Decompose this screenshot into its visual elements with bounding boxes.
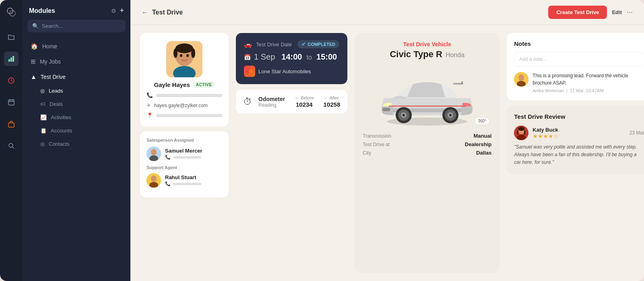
icon-calendar[interactable] [4,95,19,110]
sidebar-sub-accounts-label: Accounts [51,128,72,134]
svg-point-21 [151,176,157,182]
profile-name: Gayle Hayes [154,81,190,88]
home-icon: 🏠 [31,43,38,50]
sidebar-item-testdrive-label: Test Drive [41,74,66,80]
svg-point-18 [151,149,157,155]
icon-clock[interactable] [4,73,19,88]
testdrive-time-value: 14:00 to 15:00 [281,52,337,62]
testdrive-time-row: 📅 1 Sep 14:00 to 15:00 [244,52,339,62]
testdrive-at-label: Test Drive at [363,142,390,147]
vehicle-specs: Transmission Manual Test Drive at Dealer… [363,133,491,156]
sidebar-sub-item-accounts[interactable]: 📋 Accounts [23,124,130,137]
testdrive-dealer-row: Lone Star Automobiles [244,66,339,77]
salesperson-label: Salesperson Assigned [147,138,222,143]
vehicle-section-title: Test Drive Vehicle [403,41,451,48]
arrow-left-icon: ← [295,95,299,100]
support-phone-row: 📞 [165,181,201,186]
accounts-icon: 📋 [40,128,47,134]
support-phone-icon: 📞 [165,181,171,186]
sidebar-item-testdrive[interactable]: ▲ Test Drive [23,69,130,84]
svg-point-14 [191,48,195,58]
icon-folder[interactable] [4,30,19,44]
completed-text: COMPLETED [308,42,335,47]
topbar-right: Create Test Drive Edit ··· [548,6,633,19]
svg-point-16 [186,54,189,57]
app-container: Modules ⚙ + 🔍 🏠 Home ⊞ My Jobs ▲ Test Dr… [0,0,644,281]
icon-search[interactable] [4,138,19,153]
middle-column: 🚗 Test Drive Date ✔ COMPLETED 📅 1 Sep 14… [236,33,347,273]
email-icon: ✈ [147,102,151,108]
degree-360-button[interactable]: 360° [475,117,490,125]
icon-chart[interactable] [4,52,19,66]
profile-panel: Gayle Hayes ACTIVE 📞 ✈ hayes.gayle@zylke… [140,33,229,273]
page-title: Test Drive [152,9,183,16]
svg-rect-38 [389,105,465,107]
sidebar-header: Modules ⚙ + [23,6,130,20]
svg-point-33 [402,114,405,116]
more-options-button[interactable]: ··· [627,8,633,17]
leads-icon: ◎ [40,88,45,94]
note-text: This is a promising lead. Forward the ve… [533,72,644,87]
odometer-after-value: 10258 [324,101,341,108]
sidebar-sub-item-contacts[interactable]: ◎ Contacts [23,137,130,151]
testdrive-date-label: Test Drive Date [256,41,292,48]
sidebar-sub-item-deals[interactable]: 🏷 Deals [23,97,130,111]
svg-point-12 [175,43,193,53]
settings-icon[interactable]: ⚙ [111,6,116,15]
note-content: This is a promising lead. Forward the ve… [533,72,644,93]
create-test-drive-button[interactable]: Create Test Drive [548,6,607,19]
main-content: ← Test Drive Create Test Drive Edit ··· [130,0,644,281]
salesperson-phone-bar [173,156,201,159]
svg-point-0 [7,8,13,14]
note-meta: Anika Workman | 11 Mar, 10.47AM [533,88,644,93]
notes-title: Notes [514,40,644,47]
sidebar-item-myjobs[interactable]: ⊞ My Jobs [23,54,130,69]
testdrive-at-value: Dealership [465,141,491,147]
testdrive-date-value: 1 Sep [254,52,275,62]
add-module-button[interactable]: + [120,6,124,15]
city-value: Dallas [476,150,491,156]
icon-bag[interactable] [4,117,19,131]
contacts-icon: ◎ [40,141,45,147]
vehicle-image [371,66,483,126]
note-item: This is a promising lead. Forward the ve… [514,72,644,93]
check-icon: ✔ [301,41,305,47]
edit-button[interactable]: Edit [612,9,622,15]
svg-rect-3 [10,58,12,62]
odometer-labels: Odometer Reading [258,96,285,108]
svg-point-15 [180,54,182,57]
sidebar-item-home[interactable]: 🏠 Home [23,39,130,54]
spec-transmission: Transmission Manual [363,133,491,139]
sidebar-search[interactable]: 🔍 [27,20,126,32]
dealer-name: Lone Star Automobiles [258,68,311,74]
profile-phone-field: 📞 [147,92,222,98]
sidebar-sub-contacts-label: Contacts [49,141,69,147]
reviewer-left: Katy Buck ★★★★☆ [514,126,559,140]
sidebar-sub-item-leads[interactable]: ◎ Leads [23,84,130,97]
sidebar-sub-item-activities[interactable]: 📈 Activities [23,111,130,124]
salesperson-phone-icon: 📞 [165,155,171,160]
vehicle-model: Civic Type R [390,49,442,60]
search-icon: 🔍 [32,23,39,29]
svg-point-1 [10,10,15,16]
odometer-sublabel: Reading [258,102,285,108]
reviewer-stars: ★★★★☆ [533,133,559,139]
odometer-icon: ⏱ [243,97,252,107]
sidebar-sub-deals-label: Deals [50,101,63,107]
right-panel: Notes Add a note... This is a promising … [507,33,644,273]
salesperson-name: Samuel Mercer [165,148,202,154]
review-text: "Samuel was very polite and assisted me … [514,143,644,167]
odometer-before-value: 10234 [295,101,314,108]
sidebar: Modules ⚙ + 🔍 🏠 Home ⊞ My Jobs ▲ Test Dr… [23,0,130,281]
review-date: 23 Mar [630,130,644,136]
spec-testdrive-at: Test Drive at Dealership [363,141,491,147]
search-input[interactable] [42,23,121,29]
notes-card: Notes Add a note... This is a promising … [507,33,644,100]
back-button[interactable]: ← [142,9,148,16]
notes-input[interactable]: Add a note... [514,52,644,66]
testdrive-icon: ▲ [31,73,37,80]
salesperson-phone-row: 📞 [165,155,202,160]
testdrive-date-card: 🚗 Test Drive Date ✔ COMPLETED 📅 1 Sep 14… [236,33,347,84]
profile-name-row: Gayle Hayes ACTIVE [154,81,215,88]
review-title: Test Drive Review [514,113,644,120]
